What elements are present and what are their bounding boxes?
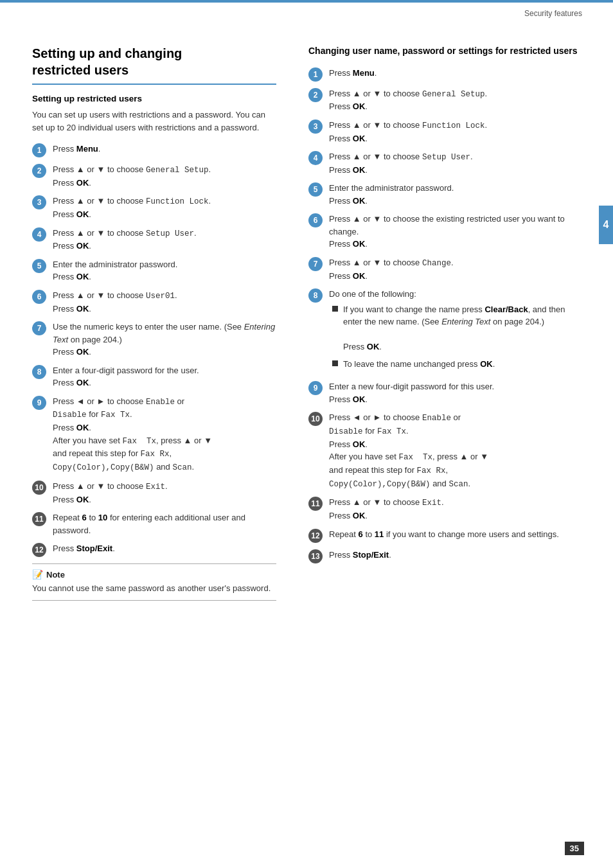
step-9: 9 Press ◄ or ► to choose Enable orDisabl… (32, 395, 276, 474)
right-step-text-6: Press ▲ or ▼ to choose the existing rest… (329, 213, 581, 251)
right-step-num-2: 2 (308, 88, 323, 102)
step-num-8: 8 (32, 365, 46, 379)
right-step-num-9: 9 (308, 381, 323, 395)
right-step-text-7: Press ▲ or ▼ to choose Change.Press OK. (329, 256, 454, 282)
step-3: 3 Press ▲ or ▼ to choose Function Lock.P… (32, 195, 276, 220)
step-num-11: 11 (32, 512, 46, 526)
right-step-9: 9 Enter a new four-digit password for th… (308, 380, 581, 405)
step-num-6: 6 (32, 290, 46, 304)
step-4: 4 Press ▲ or ▼ to choose Setup User.Pres… (32, 227, 276, 252)
right-step-num-6: 6 (308, 213, 323, 227)
note-title-text: Note (46, 570, 65, 580)
content-area: Setting up and changingrestricted users … (0, 26, 613, 868)
step-text-6: Press ▲ or ▼ to choose User01.Press OK. (53, 289, 177, 315)
step-num-1: 1 (32, 143, 46, 157)
step-1: 1 Press Menu. (32, 143, 276, 157)
step-num-7: 7 (32, 321, 46, 335)
title-rule (32, 84, 276, 85)
note-text: You cannot use the same password as anot… (32, 582, 276, 595)
right-step-text-8: Do one of the following: If you want to … (329, 288, 581, 375)
step-num-5: 5 (32, 259, 46, 273)
step-num-9: 9 (32, 396, 46, 410)
step-text-5: Enter the administrator password.Press O… (53, 258, 177, 283)
step-8: 8 Enter a four-digit password for the us… (32, 364, 276, 389)
step-6: 6 Press ▲ or ▼ to choose User01.Press OK… (32, 289, 276, 315)
right-step-7: 7 Press ▲ or ▼ to choose Change.Press OK… (308, 256, 581, 282)
right-step-4: 4 Press ▲ or ▼ to choose Setup User.Pres… (308, 150, 581, 176)
step-text-12: Press Stop/Exit. (53, 542, 115, 555)
right-step-num-12: 12 (308, 529, 323, 543)
right-step-num-5: 5 (308, 182, 323, 197)
right-step-3: 3 Press ▲ or ▼ to choose Function Lock.P… (308, 119, 581, 145)
right-section-title: Changing user name, password or settings… (308, 45, 581, 58)
right-step-text-1: Press Menu. (329, 67, 377, 80)
step-text-10: Press ▲ or ▼ to choose Exit.Press OK. (53, 480, 168, 506)
right-step-2: 2 Press ▲ or ▼ to choose General Setup.P… (308, 87, 581, 113)
step-num-12: 12 (32, 543, 46, 557)
bullet-icon-8-1 (332, 306, 338, 312)
step-text-9: Press ◄ or ► to choose Enable orDisable … (53, 395, 212, 474)
step-num-10: 10 (32, 481, 46, 495)
note-title: 📝 Note (32, 569, 276, 580)
page-header: Security features (524, 9, 582, 18)
step-text-3: Press ▲ or ▼ to choose Function Lock.Pre… (53, 195, 211, 220)
step-text-8: Enter a four-digit password for the user… (53, 364, 199, 389)
step-text-2: Press ▲ or ▼ to choose General Setup.Pre… (53, 163, 211, 189)
right-step-num-13: 13 (308, 549, 323, 563)
right-step-text-9: Enter a new four-digit password for this… (329, 380, 494, 405)
bullet-text-8-2: To leave the name unchanged press OK. (343, 358, 495, 371)
step-12: 12 Press Stop/Exit. (32, 542, 276, 557)
right-step-text-12: Repeat 6 to 11 if you want to change mor… (329, 528, 559, 541)
right-step-13: 13 Press Stop/Exit. (308, 549, 581, 563)
right-step-text-2: Press ▲ or ▼ to choose General Setup.Pre… (329, 87, 487, 113)
section-label: Security features (524, 9, 582, 18)
step-11: 11 Repeat 6 to 10 for entering each addi… (32, 511, 276, 536)
page-number-area: 35 (565, 842, 584, 855)
step-10: 10 Press ▲ or ▼ to choose Exit.Press OK. (32, 480, 276, 506)
bullet-item-8-2: To leave the name unchanged press OK. (332, 358, 581, 371)
main-title: Setting up and changingrestricted users (32, 45, 276, 78)
right-column: Changing user name, password or settings… (296, 26, 613, 868)
page-number: 35 (565, 842, 584, 855)
bullet-text-8-1: If you want to change the name press Cle… (343, 303, 581, 353)
intro-text: You can set up users with restrictions a… (32, 109, 276, 134)
step-num-3: 3 (32, 195, 46, 209)
right-step-text-10: Press ◄ or ► to choose Enable orDisable … (329, 411, 488, 490)
left-column: Setting up and changingrestricted users … (0, 26, 296, 868)
right-step-num-7: 7 (308, 257, 323, 271)
right-step-num-8: 8 (308, 288, 323, 303)
right-step-num-10: 10 (308, 412, 323, 426)
right-step-8: 8 Do one of the following: If you want t… (308, 288, 581, 375)
right-step-12: 12 Repeat 6 to 11 if you want to change … (308, 528, 581, 543)
step-5: 5 Enter the administrator password.Press… (32, 258, 276, 283)
note-box: 📝 Note You cannot use the same password … (32, 563, 276, 601)
right-step-text-5: Enter the administrator password.Press O… (329, 182, 454, 207)
step-7: 7 Use the numeric keys to enter the user… (32, 321, 276, 359)
right-step-10: 10 Press ◄ or ► to choose Enable orDisab… (308, 411, 581, 490)
step-text-1: Press Menu. (53, 143, 100, 155)
right-step-num-3: 3 (308, 120, 323, 134)
right-step-text-13: Press Stop/Exit. (329, 549, 391, 562)
right-step-5: 5 Enter the administrator password.Press… (308, 182, 581, 207)
right-step-11: 11 Press ▲ or ▼ to choose Exit.Press OK. (308, 496, 581, 522)
bullet-icon-8-2 (332, 360, 338, 366)
right-step-text-3: Press ▲ or ▼ to choose Function Lock.Pre… (329, 119, 487, 145)
right-step-num-4: 4 (308, 151, 323, 165)
right-step-1: 1 Press Menu. (308, 67, 581, 82)
right-step-num-1: 1 (308, 67, 323, 82)
bullet-list-8: If you want to change the name press Cle… (332, 303, 581, 371)
step-text-7: Use the numeric keys to enter the user n… (53, 321, 276, 359)
right-step-num-11: 11 (308, 497, 323, 511)
top-rule (0, 0, 613, 3)
right-step-text-4: Press ▲ or ▼ to choose Setup User.Press … (329, 150, 473, 176)
note-icon: 📝 (32, 569, 43, 580)
step-2: 2 Press ▲ or ▼ to choose General Setup.P… (32, 163, 276, 189)
step-text-4: Press ▲ or ▼ to choose Setup User.Press … (53, 227, 197, 252)
step-num-2: 2 (32, 164, 46, 178)
left-section-title: Setting up restricted users (32, 94, 276, 103)
step-num-4: 4 (32, 227, 46, 242)
right-step-6: 6 Press ▲ or ▼ to choose the existing re… (308, 213, 581, 251)
bullet-item-8-1: If you want to change the name press Cle… (332, 303, 581, 353)
step-text-11: Repeat 6 to 10 for entering each additio… (53, 511, 276, 536)
right-step-text-11: Press ▲ or ▼ to choose Exit.Press OK. (329, 496, 444, 522)
